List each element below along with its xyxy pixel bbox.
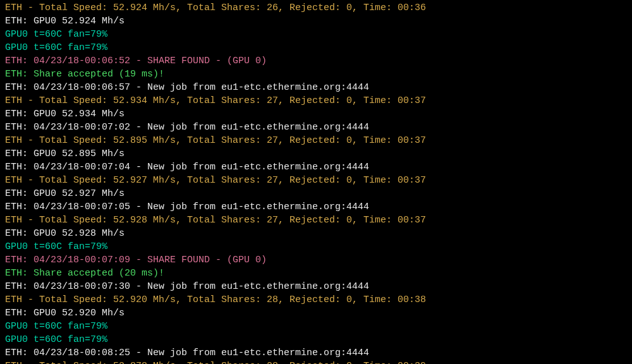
log-line: ETH: GPU0 52.924 Mh/s — [5, 15, 627, 28]
log-line: GPU0 t=60C fan=79% — [5, 28, 627, 41]
log-line: ETH: GPU0 52.927 Mh/s — [5, 187, 627, 200]
terminal-output: ETH - Total Speed: 52.924 Mh/s, Total Sh… — [5, 1, 627, 364]
log-line: ETH: GPU0 52.928 Mh/s — [5, 227, 627, 240]
log-line: GPU0 t=60C fan=79% — [5, 320, 627, 333]
log-line: ETH: 04/23/18-00:07:05 - New job from eu… — [5, 200, 627, 214]
log-line: ETH: Share accepted (19 ms)! — [5, 68, 627, 81]
log-line: ETH - Total Speed: 52.895 Mh/s, Total Sh… — [5, 134, 627, 147]
log-line: ETH - Total Speed: 52.927 Mh/s, Total Sh… — [5, 174, 627, 187]
log-line: ETH: 04/23/18-00:07:09 - SHARE FOUND - (… — [5, 253, 627, 267]
log-line: ETH: GPU0 52.934 Mh/s — [5, 107, 627, 121]
log-line: ETH: 04/23/18-00:06:52 - SHARE FOUND - (… — [5, 54, 627, 68]
log-line: ETH: GPU0 52.920 Mh/s — [5, 306, 627, 320]
log-line: GPU0 t=60C fan=79% — [5, 333, 627, 346]
log-line: ETH: 04/23/18-00:07:04 - New job from eu… — [5, 161, 627, 174]
log-line: ETH: 04/23/18-00:07:30 - New job from eu… — [5, 280, 627, 293]
log-line: ETH: Share accepted (20 ms)! — [5, 267, 627, 280]
log-line: ETH - Total Speed: 52.924 Mh/s, Total Sh… — [5, 1, 627, 15]
log-line: GPU0 t=60C fan=79% — [5, 41, 627, 54]
log-line: GPU0 t=60C fan=79% — [5, 240, 627, 253]
log-line: ETH - Total Speed: 52.878 Mh/s, Total Sh… — [5, 360, 627, 364]
log-line: ETH: GPU0 52.895 Mh/s — [5, 147, 627, 161]
log-line: ETH: 04/23/18-00:06:57 - New job from eu… — [5, 81, 627, 94]
log-line: ETH: 04/23/18-00:07:02 - New job from eu… — [5, 121, 627, 134]
log-line: ETH - Total Speed: 52.920 Mh/s, Total Sh… — [5, 293, 627, 306]
log-line: ETH: 04/23/18-00:08:25 - New job from eu… — [5, 346, 627, 360]
log-line: ETH - Total Speed: 52.928 Mh/s, Total Sh… — [5, 214, 627, 227]
log-line: ETH - Total Speed: 52.934 Mh/s, Total Sh… — [5, 94, 627, 107]
